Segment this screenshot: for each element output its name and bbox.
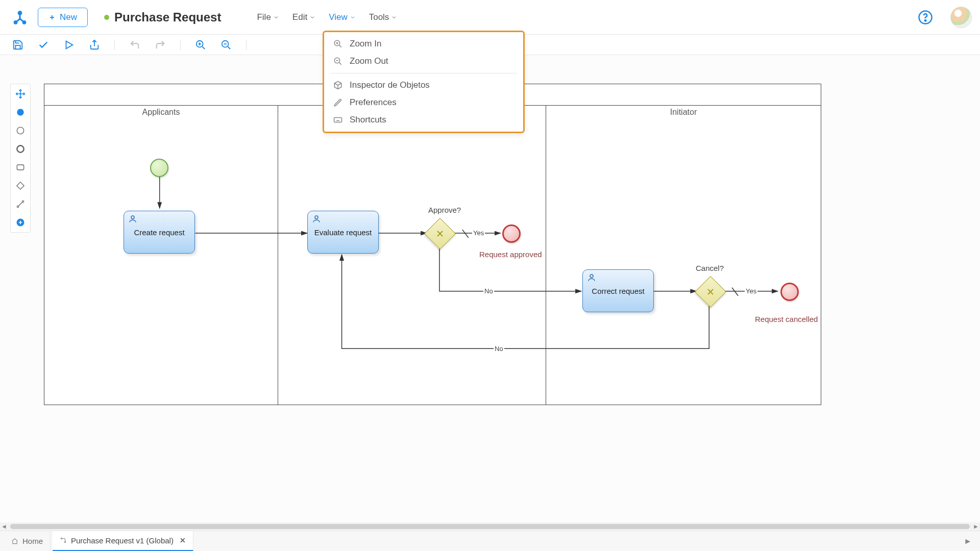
shape-palette: [10, 84, 31, 233]
dropdown-preferences[interactable]: Preferences: [324, 94, 523, 111]
svg-point-20: [22, 201, 23, 202]
menu-edit[interactable]: Edit: [290, 9, 317, 26]
tab-process[interactable]: Purchase Request v1 (Global) ✕: [53, 531, 193, 552]
toolbar-play[interactable]: [63, 39, 75, 51]
app-logo: [11, 9, 29, 26]
x-icon: [699, 281, 722, 303]
svg-point-15: [17, 127, 23, 134]
gateway-approve-label: Approve?: [428, 206, 461, 214]
toolbar-share[interactable]: [89, 39, 100, 51]
user-avatar[interactable]: [950, 7, 972, 28]
dropdown-zoom-in[interactable]: Zoom In: [324, 35, 523, 53]
end-approved-label: Request approved: [479, 250, 542, 259]
document-tabs: Home Purchase Request v1 (Global) ✕ ►: [0, 531, 980, 551]
chevron-down-icon: [350, 14, 356, 20]
svg-point-2: [23, 21, 26, 23]
edge-no-2: No: [494, 345, 504, 353]
tab-home-label: Home: [22, 537, 43, 545]
toolbar-redo[interactable]: [155, 39, 166, 51]
scroll-right-icon[interactable]: ►: [972, 523, 980, 530]
task-evaluate-request[interactable]: Evaluate request: [307, 211, 379, 254]
dropdown-zoom-out[interactable]: Zoom Out: [324, 53, 523, 70]
chevron-down-icon: [273, 14, 279, 20]
toolbar-zoom-out[interactable]: [220, 39, 232, 51]
palette-event[interactable]: [14, 124, 27, 137]
new-button[interactable]: New: [38, 8, 88, 27]
toolbar-separator: [114, 40, 115, 50]
top-bar: New Purchase Request File Edit View Tool…: [0, 0, 980, 35]
gateway-cancel[interactable]: [699, 281, 722, 303]
dropdown-shortcuts[interactable]: Shortcuts: [324, 111, 523, 129]
title-wrap: Purchase Request: [104, 10, 221, 24]
palette-move[interactable]: [14, 87, 27, 101]
gateway-cancel-label: Cancel?: [696, 264, 724, 272]
svg-point-14: [17, 109, 23, 115]
palette-task[interactable]: [14, 161, 27, 174]
palette-gateway[interactable]: [14, 179, 27, 192]
circle-icon: [15, 126, 26, 136]
edge-yes-1: Yes: [472, 229, 485, 237]
toolbar-separator: [246, 40, 247, 50]
check-icon: [38, 39, 49, 51]
svg-rect-17: [17, 165, 23, 170]
palette-connector[interactable]: [14, 197, 27, 211]
toolbar-undo[interactable]: [129, 39, 140, 51]
edge-no-1: No: [483, 287, 494, 295]
svg-point-16: [17, 145, 23, 152]
tabs-scroll-right[interactable]: ►: [960, 537, 976, 546]
scroll-left-icon[interactable]: ◄: [0, 523, 8, 530]
plus-icon: [48, 14, 56, 21]
plus-circle-icon: [15, 217, 26, 228]
gateway-approve[interactable]: [429, 222, 451, 245]
palette-add[interactable]: [14, 216, 27, 229]
zoom-in-icon: [195, 39, 206, 51]
status-dot-icon: [104, 15, 109, 20]
page-title: Purchase Request: [114, 10, 221, 24]
redo-icon: [155, 39, 166, 51]
help-button[interactable]: [918, 10, 933, 25]
lane-applicants: Applicants: [44, 106, 278, 405]
svg-marker-8: [66, 41, 73, 48]
end-event-approved[interactable]: [502, 224, 521, 243]
svg-rect-7: [334, 118, 342, 122]
move-icon: [15, 89, 26, 99]
scrollbar-thumb[interactable]: [10, 524, 970, 529]
dropdown-object-inspector[interactable]: Inspector de Objetos: [324, 77, 523, 94]
user-icon: [587, 273, 596, 282]
zoom-out-icon: [220, 39, 232, 51]
tab-process-label: Purchase Request v1 (Global): [71, 536, 174, 545]
menu-file[interactable]: File: [255, 9, 281, 26]
dropdown-object-inspector-label: Inspector de Objetos: [350, 80, 430, 90]
zoom-in-icon: [333, 39, 342, 48]
task-evaluate-label: Evaluate request: [314, 228, 372, 237]
rounded-rect-icon: [15, 162, 26, 172]
svg-point-26: [590, 274, 593, 278]
menu-tools-label: Tools: [369, 12, 389, 22]
dropdown-shortcuts-label: Shortcuts: [350, 115, 386, 125]
chevron-down-icon: [309, 14, 315, 20]
end-event-cancelled[interactable]: [780, 283, 799, 301]
task-create-request[interactable]: Create request: [124, 211, 195, 254]
tab-home[interactable]: Home: [4, 531, 51, 552]
horizontal-scrollbar[interactable]: ◄ ►: [0, 522, 980, 531]
start-event[interactable]: [150, 159, 168, 177]
view-dropdown: Zoom In Zoom Out Inspector de Objetos Pr…: [323, 31, 525, 133]
palette-start-event[interactable]: [14, 106, 27, 119]
connector-icon: [15, 199, 26, 209]
zoom-out-icon: [333, 57, 342, 66]
menu-view[interactable]: View: [327, 9, 358, 26]
task-correct-request[interactable]: Correct request: [582, 269, 654, 312]
undo-icon: [129, 39, 140, 51]
toolbar-check[interactable]: [38, 39, 49, 51]
menu-tools[interactable]: Tools: [367, 9, 400, 26]
toolbar-zoom-in[interactable]: [195, 39, 206, 51]
dropdown-zoom-in-label: Zoom In: [350, 39, 381, 49]
filled-circle-icon: [15, 107, 26, 117]
toolbar-separator: [180, 40, 181, 50]
toolbar-save[interactable]: [12, 39, 23, 51]
diamond-icon: [15, 181, 26, 191]
palette-end-event[interactable]: [14, 142, 27, 156]
tab-close-icon[interactable]: ✕: [180, 536, 186, 544]
x-icon: [429, 222, 451, 245]
process-icon: [60, 537, 67, 544]
